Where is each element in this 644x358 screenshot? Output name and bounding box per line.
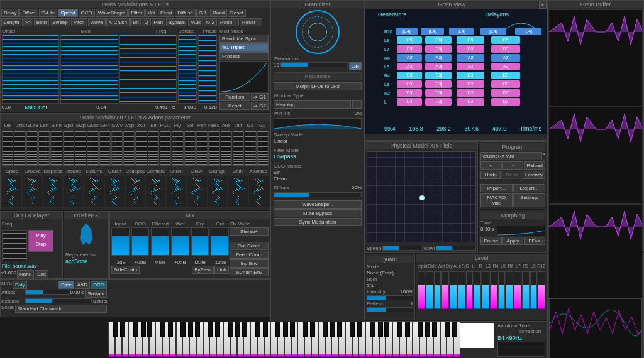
btn-link[interactable]: Link [214, 266, 229, 274]
autotune-display[interactable] [497, 342, 545, 357]
piano-key-black[interactable] [215, 322, 220, 337]
adore-squiggle[interactable] [228, 176, 248, 207]
val-sweep[interactable]: Linear [274, 138, 287, 144]
adore-squiggle[interactable] [208, 176, 228, 207]
piano-key-black[interactable] [397, 322, 402, 337]
grain-bar[interactable]: [D3] [491, 98, 520, 106]
piano-key-black[interactable] [452, 322, 457, 337]
btn-sustain[interactable]: Sustain [85, 290, 107, 298]
adore-slider[interactable] [172, 131, 183, 166]
btn-redo[interactable]: Redo [501, 171, 521, 179]
mix-slider[interactable] [111, 227, 130, 256]
piano-key-black[interactable] [323, 322, 328, 337]
grain-bar[interactable]: [C5] [457, 36, 484, 44]
grain-bar[interactable]: [D3] [491, 80, 520, 88]
piano-key-black[interactable] [337, 322, 342, 337]
btn-delay[interactable]: Delay [1, 9, 19, 17]
modmode-triplet[interactable]: 4/1 Triplet [219, 43, 269, 52]
btn-gv-expand[interactable]: » [539, 1, 547, 9]
adore-slider[interactable] [99, 131, 111, 166]
slider-bowl[interactable] [436, 246, 476, 251]
btn-syncmod[interactable]: Sync Modulation [274, 218, 362, 226]
sel-wintype[interactable]: Hanning [274, 100, 351, 109]
btn-feed[interactable]: Feed [158, 9, 174, 17]
adore-squiggle[interactable] [64, 176, 83, 207]
btn-ff[interactable]: FF>> [524, 237, 545, 245]
btn-import[interactable]: Import... [480, 184, 513, 192]
grain-bar[interactable]: [E4] [480, 28, 506, 35]
grain-bar[interactable]: [D5] [457, 45, 484, 53]
mix-slider[interactable] [151, 227, 169, 256]
grain-bar[interactable]: [D3] [425, 89, 452, 97]
grain-bar[interactable]: [E4] [421, 28, 444, 35]
adore-squiggle[interactable] [146, 176, 165, 207]
grain-bar[interactable]: [A2] [397, 54, 422, 62]
adore-squiggle[interactable] [249, 176, 269, 207]
grain-bar[interactable]: [A2] [425, 54, 452, 62]
btn-reset[interactable]: Reset [228, 9, 246, 17]
piano-key-black[interactable] [283, 322, 288, 337]
btn-fwd[interactable]: >> [22, 18, 33, 26]
grain-bar[interactable]: [C5] [397, 36, 422, 44]
grain-bar[interactable]: [D3] [397, 80, 422, 88]
btn-vol[interactable]: Vol [145, 9, 157, 17]
grain-bar[interactable]: [C5] [491, 36, 520, 44]
btn-outcomp[interactable]: Out Comp [230, 242, 269, 250]
grain-bar[interactable]: [D3] [457, 98, 484, 106]
slider-attack[interactable] [25, 290, 69, 295]
gran-dial-icon[interactable] [296, 10, 340, 54]
dco-freq-display[interactable] [2, 230, 27, 261]
piano-key-black[interactable] [378, 322, 383, 337]
btn-random[interactable]: Random [219, 93, 250, 101]
grain-bar[interactable]: [E4] [396, 28, 418, 35]
modmode-randline[interactable]: RandLine Sync [219, 35, 269, 43]
phase-display[interactable] [198, 35, 217, 104]
btn-mutebypass[interactable]: Mute Bypass [274, 209, 362, 217]
piano-key-black[interactable] [160, 322, 165, 337]
wave-buffer[interactable] [548, 204, 643, 301]
piano-key-black[interactable] [255, 322, 260, 337]
btn-reset2[interactable]: Reset [219, 102, 250, 110]
grain-bar[interactable]: [D3] [425, 80, 452, 88]
btn-birth[interactable]: Birth [34, 18, 49, 26]
sel-stereo[interactable]: Stereo+ [230, 227, 269, 236]
piano-key-black[interactable] [120, 322, 125, 337]
piano-keyboard-main[interactable] [108, 322, 460, 357]
piano-key-black[interactable] [235, 322, 240, 337]
btn-pitch[interactable]: Pitch [71, 18, 87, 26]
btn-aux[interactable]: /Aux [188, 18, 203, 26]
btn-glife[interactable]: G-Life [39, 9, 58, 17]
adore-slider[interactable] [111, 131, 123, 166]
grain-bar[interactable]: [D3] [397, 72, 422, 79]
spread-display[interactable] [178, 35, 197, 104]
program-name[interactable]: crusher-X v10 [480, 152, 542, 160]
mix-slider[interactable] [191, 227, 209, 256]
piano-key-black[interactable] [208, 322, 213, 337]
btn-sidechain[interactable]: SideChain [111, 266, 140, 274]
adore-slider[interactable] [75, 131, 86, 166]
btn-sweep[interactable]: Sweep [50, 18, 70, 26]
piano-key-black[interactable] [432, 322, 437, 337]
mix-slider[interactable] [171, 227, 189, 256]
grain-bar[interactable]: [D3] [491, 72, 520, 79]
btn-resett[interactable]: Reset T [240, 18, 262, 26]
piano-key-black[interactable] [228, 322, 233, 337]
btn-latency[interactable]: Latency [523, 171, 545, 179]
grain-bar[interactable]: [D3] [425, 98, 452, 106]
val-qmode[interactable]: None (Free) [367, 270, 413, 276]
btn-edit[interactable]: Edit [35, 270, 48, 278]
val-clean[interactable]: Clean [274, 176, 287, 182]
btn-rand2[interactable]: Rand [17, 270, 34, 278]
btn-reload[interactable]: Reload [524, 161, 545, 170]
piano-key-black[interactable] [310, 322, 315, 337]
btn-wave[interactable]: Wave [88, 18, 106, 26]
grain-bar[interactable]: [D3] [397, 98, 422, 106]
btn-apply[interactable]: Apply [502, 237, 524, 245]
grain-bar[interactable]: [A2] [425, 63, 452, 70]
piano-key-black[interactable] [350, 322, 355, 337]
piano-key-black[interactable] [405, 322, 410, 337]
piano-key-black[interactable] [418, 322, 423, 337]
btn-playstop[interactable]: Play Stop [28, 230, 53, 252]
btn-bit[interactable]: Bit [130, 18, 141, 26]
btn-settings[interactable]: Settings [513, 193, 545, 207]
